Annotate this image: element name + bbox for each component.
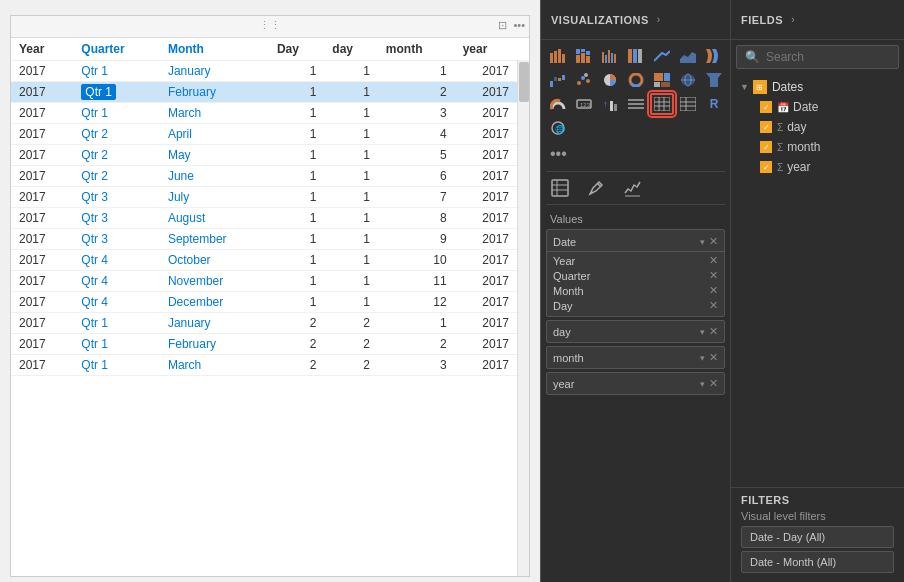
more-viz-dots[interactable]: ••• [546, 143, 725, 167]
pie-chart-icon[interactable] [598, 69, 622, 91]
viz-icons-row1: 123 ↑ R 🌐 [546, 45, 725, 139]
table-icon[interactable] [650, 93, 674, 115]
table-row[interactable]: 2017Qtr 4October11102017 [11, 250, 517, 271]
more-options-icon[interactable]: ••• [513, 19, 525, 31]
table-row[interactable]: 2017Qtr 1February2222017 [11, 334, 517, 355]
slicer-icon[interactable] [624, 93, 648, 115]
table-row[interactable]: 2017Qtr 4December11122017 [11, 292, 517, 313]
cell-quarter: Qtr 2 [73, 145, 160, 166]
cell-month: March [160, 355, 269, 376]
cell-day-num: 2 [324, 355, 378, 376]
stacked-bar-icon[interactable] [572, 45, 596, 67]
cell-year-num: 2017 [455, 292, 517, 313]
svg-rect-5 [576, 49, 580, 54]
svg-rect-12 [608, 50, 610, 63]
filters-visual-level-label: Visual level filters [741, 510, 894, 522]
day-pill[interactable]: day ▾ ✕ [546, 320, 725, 343]
visualizations-chevron[interactable]: › [657, 14, 660, 25]
value-day-remove[interactable]: ✕ [709, 299, 718, 312]
cell-month: October [160, 250, 269, 271]
format-tab[interactable] [582, 176, 610, 200]
tree-item-day[interactable]: ✓ Σ day [736, 117, 899, 137]
funnel-icon[interactable] [702, 69, 726, 91]
value-date-chevron[interactable]: ▾ [700, 237, 705, 247]
gauge-icon[interactable] [546, 93, 570, 115]
day-pill-remove[interactable]: ✕ [709, 325, 718, 338]
svg-rect-16 [633, 49, 637, 63]
table-row[interactable]: 2017Qtr 1January2212017 [11, 313, 517, 334]
table-row[interactable]: 2017Qtr 4November11112017 [11, 271, 517, 292]
svg-text:123: 123 [580, 102, 591, 108]
year-pill[interactable]: year ▾ ✕ [546, 372, 725, 395]
cell-year-num: 2017 [455, 145, 517, 166]
year-pill-chevron[interactable]: ▾ [700, 379, 705, 389]
cell-month: May [160, 145, 269, 166]
custom-visual-icon[interactable]: 🌐 [546, 117, 570, 139]
donut-chart-icon[interactable] [624, 69, 648, 91]
month-pill-chevron[interactable]: ▾ [700, 353, 705, 363]
svg-rect-20 [554, 77, 557, 81]
tree-item-year[interactable]: ✓ Σ year [736, 157, 899, 177]
kpi-icon[interactable]: ↑ [598, 93, 622, 115]
100-stacked-bar-icon[interactable] [624, 45, 648, 67]
table-row[interactable]: 2017Qtr 3August1182017 [11, 208, 517, 229]
scrollbar-thumb[interactable] [519, 62, 529, 102]
filter-date-month[interactable]: Date - Month (All) [741, 551, 894, 573]
table-row[interactable]: 2017Qtr 1March2232017 [11, 355, 517, 376]
tree-item-month[interactable]: ✓ Σ month [736, 137, 899, 157]
clustered-bar-icon[interactable] [598, 45, 622, 67]
cell-year-num: 2017 [455, 271, 517, 292]
matrix-icon[interactable] [676, 93, 700, 115]
table-row[interactable]: 2017Qtr 1February1122017 [11, 82, 517, 103]
search-box[interactable]: 🔍 [736, 45, 899, 69]
r-visual-icon[interactable]: R [702, 93, 726, 115]
filter-date-day[interactable]: Date - Day (All) [741, 526, 894, 548]
vertical-scrollbar[interactable] [517, 60, 529, 576]
map-icon[interactable] [676, 69, 700, 91]
table-row[interactable]: 2017Qtr 2May1152017 [11, 145, 517, 166]
scatter-chart-icon[interactable] [572, 69, 596, 91]
viz-tabs [546, 176, 725, 205]
svg-text:🌐: 🌐 [555, 124, 565, 134]
area-chart-icon[interactable] [676, 45, 700, 67]
table-row[interactable]: 2017Qtr 1January1112017 [11, 61, 517, 82]
dates-group-header[interactable]: ▼ ⊞ Dates [736, 77, 899, 97]
card-icon[interactable]: 123 [572, 93, 596, 115]
cell-year-num: 2017 [455, 313, 517, 334]
cell-month-num: 4 [378, 124, 455, 145]
table-row[interactable]: 2017Qtr 3July1172017 [11, 187, 517, 208]
cell-year-num: 2017 [455, 250, 517, 271]
value-date-remove[interactable]: ✕ [709, 235, 718, 248]
month-pill-remove[interactable]: ✕ [709, 351, 718, 364]
value-year-remove[interactable]: ✕ [709, 254, 718, 267]
table-header-row: Year Quarter Month Day day month year [11, 38, 517, 61]
table-row[interactable]: 2017Qtr 3September1192017 [11, 229, 517, 250]
cell-month-num: 2 [378, 334, 455, 355]
cell-month: July [160, 187, 269, 208]
ribbon-chart-icon[interactable] [702, 45, 726, 67]
bar-chart-icon[interactable] [546, 45, 570, 67]
table-row[interactable]: 2017Qtr 1March1132017 [11, 103, 517, 124]
cell-year-num: 2017 [455, 82, 517, 103]
cell-day-num: 1 [324, 292, 378, 313]
tree-item-date[interactable]: ✓ 📅 Date [736, 97, 899, 117]
date-calendar-icon: 📅 [777, 102, 789, 113]
month-sigma-icon: Σ [777, 142, 783, 153]
analytics-tab[interactable] [618, 176, 646, 200]
value-month-remove[interactable]: ✕ [709, 284, 718, 297]
day-pill-chevron[interactable]: ▾ [700, 327, 705, 337]
fields-chevron[interactable]: › [791, 14, 794, 25]
treemap-icon[interactable] [650, 69, 674, 91]
month-pill[interactable]: month ▾ ✕ [546, 346, 725, 369]
value-quarter-remove[interactable]: ✕ [709, 269, 718, 282]
fields-tab[interactable] [546, 176, 574, 200]
value-quarter: Quarter ✕ [547, 268, 724, 283]
table-row[interactable]: 2017Qtr 2April1142017 [11, 124, 517, 145]
search-input[interactable] [766, 50, 904, 64]
waterfall-icon[interactable] [546, 69, 570, 91]
expand-icon[interactable]: ⊡ [498, 19, 507, 32]
year-pill-remove[interactable]: ✕ [709, 377, 718, 390]
line-chart-icon[interactable] [650, 45, 674, 67]
table-row[interactable]: 2017Qtr 2June1162017 [11, 166, 517, 187]
cell-day: 1 [269, 187, 324, 208]
